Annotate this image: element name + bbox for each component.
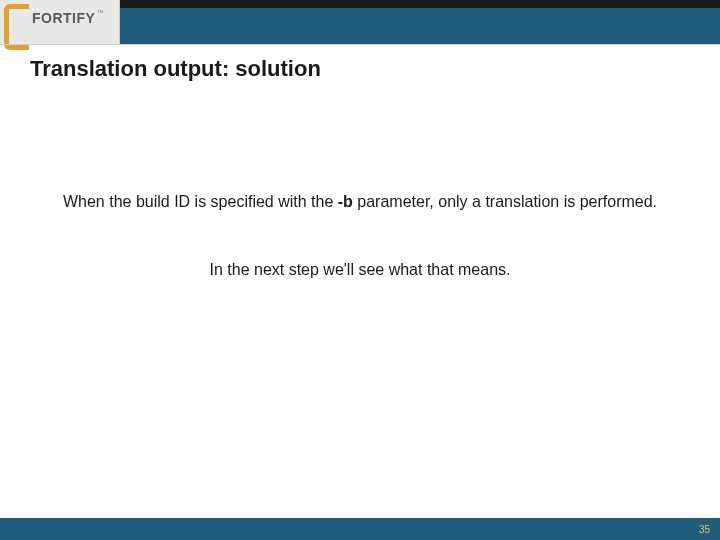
header-right <box>120 0 720 44</box>
brand-logo: FORTIFY ™ <box>0 0 120 44</box>
footer-bar: 35 <box>0 518 720 540</box>
brand-trademark: ™ <box>96 9 103 16</box>
brand-name: FORTIFY <box>32 10 95 26</box>
divider-line <box>0 44 720 45</box>
body-paragraph-1: When the build ID is specified with the … <box>0 192 720 213</box>
body-paragraph-2: In the next step we'll see what that mea… <box>0 260 720 281</box>
header-blue-strip <box>120 8 720 44</box>
header-top-strip <box>120 0 720 8</box>
para1-text-b: parameter, only a translation is perform… <box>353 193 657 210</box>
page-number: 35 <box>699 524 710 535</box>
slide-title: Translation output: solution <box>30 56 321 82</box>
para1-bold: -b <box>338 193 353 210</box>
logo-bracket-icon <box>4 4 32 40</box>
para1-text-a: When the build ID is specified with the <box>63 193 338 210</box>
header-bar: FORTIFY ™ <box>0 0 720 44</box>
